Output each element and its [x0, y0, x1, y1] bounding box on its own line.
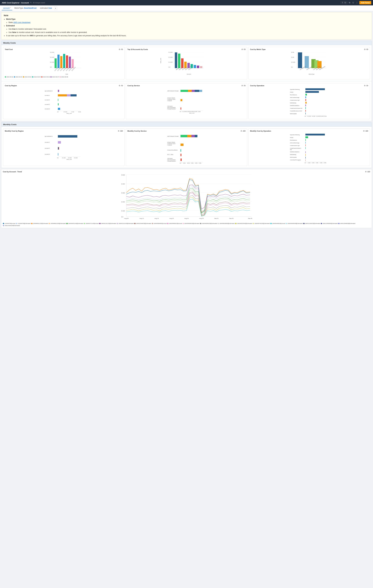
- svg-text:Sep 09: Sep 09: [248, 218, 252, 219]
- svg-rect-39: [194, 65, 196, 68]
- note-title: Note: [4, 14, 369, 17]
- svg-text:Aug 24: Aug 24: [184, 218, 189, 219]
- total-cost-svg: $ 3,000 $ 2,000 $ 1,000 $ 0: [5, 51, 123, 75]
- svg-text:$ 8,000: $ 8,000: [194, 111, 197, 112]
- tab-estimated[interactable]: estimated true: [39, 6, 53, 10]
- svg-text:us-east-2: us-east-2: [45, 147, 50, 149]
- monthly-region-svg: ap-southeast-1 us-east-1 us-east-2 us-we…: [5, 133, 123, 159]
- region-time: ⏱ -7D: [119, 85, 123, 86]
- svg-text:$ 1,000: $ 1,000: [62, 157, 66, 158]
- region-svg: ap-southeast-1 us-east-1 us-east-2 us-we…: [5, 87, 123, 113]
- svg-text:$ 3,000: $ 3,000: [74, 157, 78, 158]
- svg-text:Aug 08: Aug 08: [124, 218, 129, 219]
- svg-text:$ 300: $ 300: [121, 192, 125, 194]
- svg-text:Amazon Elastic: Amazon Elastic: [167, 142, 175, 143]
- service-time: ⏱ -7D: [241, 85, 246, 86]
- monthly-costs-title: Monthly Costs: [3, 123, 17, 126]
- note-item-48hours: It can take up to 48 hours for AWS to ge…: [6, 34, 369, 37]
- svg-text:total_cost: total_cost: [160, 58, 161, 63]
- svg-text:$ 400: $ 400: [121, 183, 125, 185]
- svg-text:$ 0: $ 0: [50, 66, 52, 68]
- svg-text:GetCostAndUsage: GetCostAndUsage: [290, 97, 299, 98]
- monthly-service-svg: AWS Network Firewall Amazon Elastic Comp…: [127, 133, 246, 164]
- total-cost-legend: 2022-09-02 2022-09-03 2022-09-04 2022-09…: [5, 76, 123, 78]
- svg-text:us-east-2: us-east-2: [45, 99, 50, 101]
- svg-rect-143: [59, 147, 59, 149]
- svg-rect-166: [181, 154, 181, 156]
- tab-account-label: account: [3, 7, 10, 9]
- svg-text:Operation:Metering: Operation:Metering: [290, 134, 300, 136]
- svg-text:$ 100: $ 100: [121, 210, 125, 212]
- svg-text:$ 0: $ 0: [291, 66, 293, 68]
- header-title: AWS Cost Explorer - Account: [2, 2, 29, 4]
- svg-text:CreateVolume-Gp2: CreateVolume-Gp2: [290, 100, 300, 101]
- svg-rect-123: [305, 99, 306, 101]
- svg-rect-193: [305, 154, 306, 156]
- trend-svg: $ 500 $ 400 $ 300 $ 200 $ 100 $ 0 Aug 08…: [3, 173, 370, 221]
- svg-text:$ 5,000: $ 5,000: [64, 111, 67, 112]
- svg-rect-10: [57, 55, 60, 68]
- svg-rect-34: [178, 53, 180, 68]
- monthly-row1: Monthly Cost by Region ⏱ -32D ap-southea…: [1, 127, 372, 168]
- svg-text:Aug 28: Aug 28: [199, 218, 204, 219]
- top10-title: Top 10 Accounts by Costs ⏱ -7D: [127, 49, 246, 50]
- svg-text:Account: Account: [187, 74, 191, 75]
- svg-text:$ 3,000: $ 3,000: [169, 52, 172, 53]
- svg-rect-119: [305, 88, 325, 90]
- svg-text:$ 2,000: $ 2,000: [50, 57, 54, 58]
- svg-text:$ 50k: $ 50k: [199, 163, 201, 164]
- svg-text:CommittedThroughpu: CommittedThroughpu: [290, 159, 301, 161]
- svg-text:Aug 20: Aug 20: [170, 218, 174, 219]
- svg-rect-15: [72, 59, 74, 68]
- cost-by-operation-chart: Cost by Operation ⏱ -7D Operation:Meteri…: [248, 83, 370, 119]
- more-options-button[interactable]: ⋮: [355, 1, 358, 4]
- add-panel-button[interactable]: Add Panel: [359, 1, 371, 4]
- edit-icon[interactable]: ✎: [30, 2, 32, 4]
- svg-text:NatGateway: NatGateway: [290, 154, 296, 155]
- filter-button[interactable]: ▽: [352, 1, 354, 4]
- svg-rect-79: [58, 103, 59, 105]
- svg-rect-125: [305, 105, 306, 106]
- metric-time: ⏱ -7D: [364, 49, 368, 50]
- time-range-selector[interactable]: ⏱ -7D: [341, 1, 347, 4]
- monthly-region-chart: Monthly Cost by Region ⏱ -32D ap-southea…: [3, 128, 125, 166]
- header-controls: ⏱ -7D ↻ ▽ ⋮ Add Panel: [341, 1, 371, 4]
- svg-rect-35: [181, 58, 183, 68]
- svg-rect-120: [305, 91, 319, 93]
- refresh-button[interactable]: ↻: [348, 1, 351, 4]
- tab-metrictype[interactable]: MetricType AmortizedCost: [13, 6, 38, 10]
- weekly-row2: Cost by Region ⏱ -7D ap-southeast-1 us-e…: [1, 81, 372, 121]
- svg-text:MetricUpdate: MetricUpdate: [290, 157, 297, 158]
- svg-rect-41: [200, 66, 202, 68]
- svg-text:$ 0: $ 0: [180, 163, 181, 164]
- svg-text:AWS Network Firewall: AWS Network Firewall: [167, 136, 179, 137]
- total-cost-title: Total Cost ⏱ -7D: [5, 49, 123, 50]
- svg-text:$ 2,000: $ 2,000: [169, 57, 172, 58]
- svg-text:$ 4,000: $ 4,000: [186, 111, 190, 112]
- monthly-service-chart: Monthly Cost by Service ⏱ -32D AWS Netwo…: [126, 128, 247, 166]
- metric-svg: $ 15k $ 10k $ 5,000 $ 0 AmortizedCost Ne…: [250, 51, 368, 75]
- svg-rect-76: [67, 94, 71, 96]
- tabs-bar: account * MetricType AmortizedCost estim…: [0, 5, 373, 11]
- total-cost-time: ⏱ -7D: [119, 49, 123, 50]
- svg-text:VM-Series: VM-Series: [167, 158, 172, 159]
- svg-rect-74: [58, 90, 59, 92]
- tab-account[interactable]: account *: [2, 6, 12, 10]
- svg-text:Compute: Compute: [167, 144, 172, 146]
- svg-text:us-west-2: us-west-2: [45, 154, 50, 155]
- svg-text:$ 10k: $ 10k: [291, 57, 294, 58]
- svg-text:CreateVolume-Gp2: CreateVolume-Gp2: [290, 145, 300, 146]
- aws-cheatsheet-link[interactable]: AWS cost cheatsheet: [13, 21, 30, 23]
- svg-text:002: 002: [290, 149, 292, 150]
- cost-by-metric-chart: Cost by Metric Type ⏱ -7D $ 15k $ 10k $ …: [248, 47, 370, 79]
- svg-text:$ 10k: $ 10k: [198, 111, 201, 112]
- monthly-costs-header: Monthly Costs: [1, 122, 372, 127]
- svg-text:$ 1,000: $ 1,000: [50, 62, 54, 63]
- svg-text:$ 4,000: $ 4,000: [312, 116, 315, 117]
- svg-rect-167: [181, 158, 182, 161]
- monthly-region-title: Monthly Cost by Region ⏱ -32D: [5, 130, 123, 132]
- svg-rect-96: [192, 90, 195, 92]
- svg-text:GetCostAndUsage: GetCostAndUsage: [290, 142, 299, 144]
- svg-text:$ 3,000: $ 3,000: [50, 52, 54, 53]
- add-tab-button[interactable]: +: [54, 7, 57, 10]
